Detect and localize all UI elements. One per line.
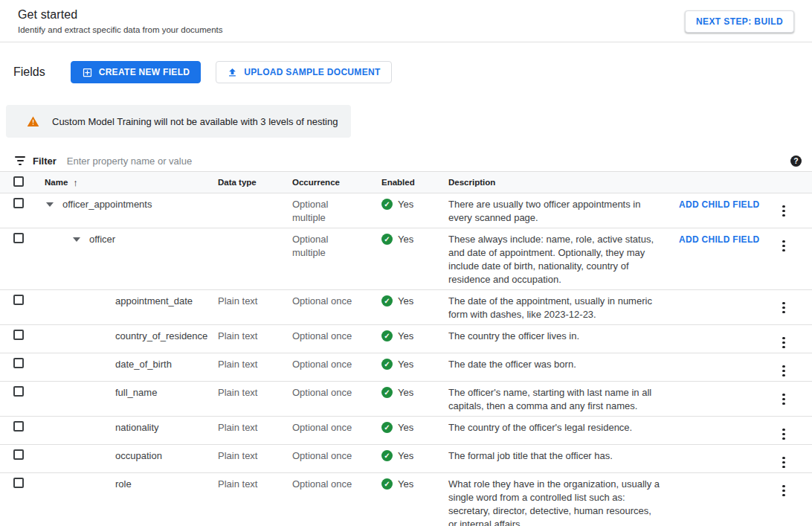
field-name-cell: date_of_birth: [36, 356, 212, 371]
row-action-cell: [673, 420, 770, 421]
kebab-menu-icon[interactable]: [770, 482, 790, 498]
row-checkbox[interactable]: [13, 449, 24, 460]
kebab-menu-icon[interactable]: [770, 426, 790, 442]
row-checkbox[interactable]: [13, 330, 24, 340]
field-name-cell: appointment_date: [36, 293, 212, 308]
table-header-row: Name ↑ Data type Occurrence Enabled Desc…: [0, 172, 812, 193]
column-header-enabled: Enabled: [376, 178, 442, 187]
row-checkbox-cell: [0, 196, 36, 212]
warning-text: Custom Model Training will not be availa…: [52, 116, 338, 127]
kebab-menu-icon[interactable]: [770, 362, 790, 379]
field-name-label: date_of_birth: [115, 358, 172, 371]
select-all-checkbox[interactable]: [13, 176, 24, 187]
description-cell: There are usually two officer appointmen…: [442, 196, 673, 225]
enabled-label: Yes: [398, 295, 413, 308]
data-type-cell: Plain text: [212, 448, 286, 463]
row-checkbox[interactable]: [13, 386, 24, 397]
description-cell: The formal job title that the officer ha…: [442, 448, 673, 463]
filter-bar: Filter ?: [0, 150, 812, 172]
kebab-menu-icon[interactable]: [770, 391, 790, 407]
occurrence-cell: Optional once: [286, 448, 361, 463]
kebab-menu-icon[interactable]: [770, 202, 790, 219]
field-name-label: full_name: [115, 386, 157, 400]
add-child-field-link[interactable]: ADD CHILD FIELD: [679, 197, 760, 210]
filter-input[interactable]: [67, 155, 790, 167]
collapse-triangle-icon[interactable]: [46, 202, 54, 207]
row-checkbox-cell: [0, 356, 36, 372]
description-cell: The officer's name, starting with last n…: [442, 385, 673, 413]
row-checkbox[interactable]: [13, 478, 24, 488]
column-header-data-type: Data type: [212, 178, 286, 187]
row-checkbox[interactable]: [13, 358, 24, 368]
table-row: role Plain text Optional once ✓ Yes What…: [0, 473, 812, 526]
kebab-menu-icon[interactable]: [770, 334, 790, 350]
fields-toolbar: Fields CREATE NEW FIELD UPLOAD SAMPLE DO…: [0, 42, 812, 86]
column-header-occurrence: Occurrence: [286, 178, 376, 187]
table-row: country_of_residence Plain text Optional…: [0, 325, 812, 353]
column-header-name[interactable]: Name ↑: [36, 177, 212, 188]
data-type-cell: Plain text: [212, 385, 286, 400]
upload-sample-document-label: UPLOAD SAMPLE DOCUMENT: [244, 67, 380, 77]
enabled-cell: ✓ Yes: [376, 476, 442, 491]
row-checkbox[interactable]: [13, 295, 24, 305]
kebab-menu-icon[interactable]: [770, 454, 790, 470]
table-row: date_of_birth Plain text Optional once ✓…: [0, 353, 812, 382]
add-box-icon: [82, 67, 93, 78]
check-circle-icon: ✓: [381, 234, 393, 245]
row-action-cell: ADD CHILD FIELD: [673, 196, 770, 211]
occurrence-cell: Optional multiple: [286, 196, 361, 225]
occurrence-cell: Optional once: [286, 476, 361, 491]
enabled-cell: ✓ Yes: [376, 420, 442, 434]
warning-triangle-icon: [27, 115, 39, 128]
row-action-cell: [673, 328, 770, 330]
row-action-cell: [673, 356, 770, 358]
row-menu-cell: [770, 231, 812, 253]
kebab-menu-icon[interactable]: [770, 237, 790, 254]
table-row: occupation Plain text Optional once ✓ Ye…: [0, 445, 812, 473]
row-checkbox[interactable]: [13, 421, 24, 432]
row-checkbox-cell: [0, 385, 36, 400]
column-header-name-label: Name: [45, 178, 68, 187]
kebab-menu-icon[interactable]: [770, 299, 790, 315]
row-action-cell: [673, 448, 770, 449]
row-checkbox[interactable]: [13, 233, 24, 243]
data-type-cell: Plain text: [212, 356, 286, 371]
page-subtitle: Identify and extract specific data from …: [18, 25, 223, 34]
collapse-triangle-icon[interactable]: [73, 237, 80, 242]
occurrence-cell: Optional multiple: [286, 231, 361, 260]
row-checkbox[interactable]: [13, 198, 24, 208]
fields-section-title: Fields: [13, 65, 45, 79]
field-name-cell: full_name: [36, 385, 212, 400]
page-title: Get started: [18, 8, 223, 22]
create-new-field-button[interactable]: CREATE NEW FIELD: [71, 61, 202, 83]
occurrence-cell: Optional once: [286, 328, 361, 343]
row-menu-cell: [770, 356, 812, 378]
occurrence-cell: Optional once: [286, 356, 361, 371]
row-menu-cell: [770, 476, 812, 498]
select-all-cell: [0, 176, 36, 188]
enabled-cell: ✓ Yes: [376, 196, 442, 211]
page-header-text: Get started Identify and extract specifi…: [18, 8, 223, 34]
occurrence-cell: Optional once: [286, 385, 361, 400]
field-name-label: occupation: [115, 449, 162, 463]
description-cell: What role they have in the organization,…: [442, 476, 673, 526]
check-circle-icon: ✓: [381, 295, 393, 307]
add-child-field-link[interactable]: ADD CHILD FIELD: [679, 232, 760, 245]
table-row: officer_appointments Optional multiple ✓…: [0, 193, 812, 228]
help-icon[interactable]: ?: [790, 155, 802, 167]
warning-banner: Custom Model Training will not be availa…: [6, 105, 351, 138]
occurrence-cell: Optional once: [286, 420, 361, 434]
row-checkbox-cell: [0, 420, 36, 435]
description-cell: The date of the appointment, usually in …: [442, 293, 673, 321]
enabled-label: Yes: [398, 198, 413, 211]
row-menu-cell: [770, 328, 812, 350]
description-cell: The country the officer lives in.: [442, 328, 673, 343]
field-name-cell: nationality: [36, 420, 212, 434]
field-name-label: officer: [89, 233, 115, 246]
row-checkbox-cell: [0, 476, 36, 492]
enabled-cell: ✓ Yes: [376, 328, 442, 343]
next-step-build-button[interactable]: NEXT STEP: BUILD: [685, 10, 794, 33]
enabled-cell: ✓ Yes: [376, 385, 442, 400]
upload-sample-document-button[interactable]: UPLOAD SAMPLE DOCUMENT: [216, 61, 391, 83]
field-name-cell: role: [36, 476, 212, 491]
